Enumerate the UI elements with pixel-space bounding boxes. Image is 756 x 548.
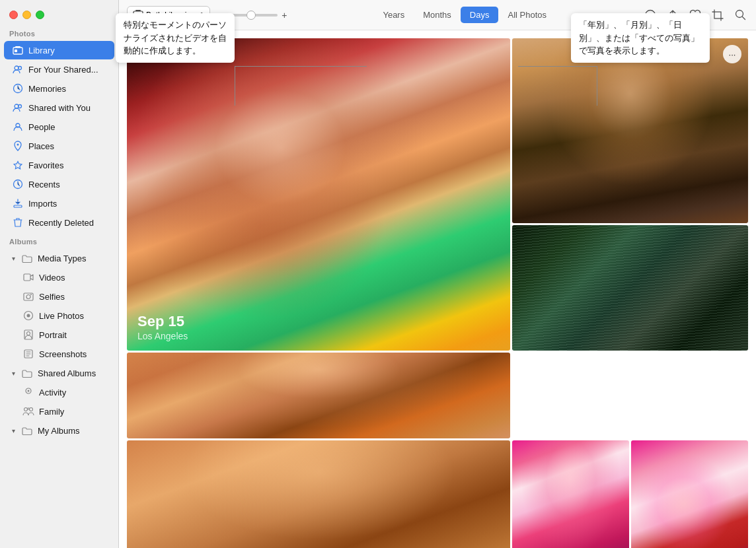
zoom-slider[interactable] bbox=[225, 14, 278, 17]
svg-point-24 bbox=[30, 408, 33, 411]
sidebar-item-label-my-albums: My Albums bbox=[38, 426, 80, 436]
tab-years[interactable]: Years bbox=[373, 7, 414, 23]
photo-cell-bl[interactable] bbox=[127, 440, 510, 548]
places-icon bbox=[12, 140, 24, 152]
sidebar: Photos Library For Your Shared... Memori… bbox=[0, 0, 119, 548]
svg-rect-30 bbox=[714, 12, 721, 18]
sidebar-item-activity[interactable]: Activity bbox=[4, 383, 114, 401]
svg-rect-26 bbox=[133, 11, 143, 18]
tab-all-photos[interactable]: All Photos bbox=[498, 7, 556, 23]
sidebar-item-for-your-shared[interactable]: For Your Shared... bbox=[4, 60, 114, 79]
svg-rect-2 bbox=[15, 50, 17, 52]
sidebar-item-label-shared-albums: Shared Albums bbox=[38, 368, 96, 378]
sidebar-item-label-videos: Videos bbox=[39, 273, 65, 283]
svg-point-31 bbox=[736, 11, 743, 18]
svg-point-25 bbox=[27, 407, 30, 410]
sidebar-item-label-shared-with-you: Shared with You bbox=[28, 103, 91, 113]
photo-cell-main[interactable]: Sep 15 Los Angeles bbox=[127, 38, 510, 351]
svg-point-17 bbox=[27, 314, 30, 318]
sidebar-item-shared-with-you[interactable]: Shared with You bbox=[4, 98, 114, 117]
sidebar-item-label-favorites: Favorites bbox=[28, 160, 63, 170]
sidebar-item-label-imports: Imports bbox=[28, 199, 57, 209]
sidebar-item-portrait[interactable]: Portrait bbox=[4, 325, 114, 344]
sidebar-item-places[interactable]: Places bbox=[4, 137, 114, 155]
sidebar-item-label-recents: Recents bbox=[28, 180, 60, 189]
share-button[interactable] bbox=[665, 7, 681, 23]
sidebar-item-live-photos[interactable]: Live Photos bbox=[4, 306, 114, 325]
svg-rect-11 bbox=[14, 205, 22, 207]
close-button[interactable] bbox=[9, 11, 18, 19]
sidebar-item-label-selfies: Selfies bbox=[39, 292, 65, 302]
library-icon bbox=[12, 44, 24, 56]
svg-point-19 bbox=[27, 332, 30, 335]
more-button[interactable]: ··· bbox=[723, 45, 741, 63]
tab-months[interactable]: Months bbox=[414, 7, 461, 23]
sidebar-item-selfies[interactable]: Selfies bbox=[4, 287, 114, 306]
photo-cell-br[interactable] bbox=[631, 440, 748, 548]
people-icon bbox=[12, 121, 24, 133]
sidebar-item-favorites[interactable]: Favorites bbox=[4, 156, 114, 174]
sidebar-item-videos[interactable]: Videos bbox=[4, 268, 114, 287]
zoom-plus[interactable]: + bbox=[282, 10, 287, 20]
my-albums-icon bbox=[21, 425, 33, 436]
zoom-minus[interactable]: − bbox=[215, 10, 221, 20]
shared-with-you-icon bbox=[12, 102, 24, 114]
sidebar-item-label-portrait: Portrait bbox=[39, 330, 67, 340]
sidebar-item-shared-albums[interactable]: ▾ Shared Albums bbox=[4, 364, 114, 382]
imports-icon bbox=[12, 197, 24, 209]
shared-albums-icon bbox=[21, 367, 33, 379]
library-selector-icon bbox=[133, 9, 143, 20]
sidebar-item-label-places: Places bbox=[28, 141, 54, 151]
location-label: Los Angeles bbox=[137, 331, 188, 341]
photo-grid: Sep 15 Los Angeles ··· bbox=[119, 30, 756, 548]
memories-icon bbox=[12, 83, 24, 94]
portrait-icon bbox=[22, 329, 34, 341]
svg-point-23 bbox=[24, 408, 28, 411]
sidebar-item-people[interactable]: People bbox=[4, 118, 114, 136]
sidebar-item-label-media-types: Media Types bbox=[38, 254, 86, 263]
recents-icon bbox=[12, 178, 24, 190]
sidebar-item-library[interactable]: Library bbox=[4, 41, 114, 59]
sidebar-item-label-shared: For Your Shared... bbox=[28, 65, 98, 75]
sidebar-item-label-screenshots: Screenshots bbox=[39, 349, 87, 359]
main-content: Both Libraries ⌃ − + Years Months Days A… bbox=[119, 0, 756, 548]
photo-cell-bm[interactable] bbox=[512, 440, 629, 548]
selfies-icon bbox=[22, 291, 34, 302]
sidebar-item-my-albums[interactable]: ▾ My Albums bbox=[4, 421, 114, 440]
sidebar-item-label-family: Family bbox=[39, 407, 64, 417]
video-icon bbox=[22, 271, 34, 283]
toolbar-actions: i bbox=[642, 7, 748, 23]
minimize-button[interactable] bbox=[22, 11, 31, 19]
library-selector[interactable]: Both Libraries ⌃ bbox=[127, 6, 210, 24]
date-label: Sep 15 bbox=[137, 314, 188, 329]
collapse-arrow-shared: ▾ bbox=[12, 370, 15, 377]
crop-button[interactable] bbox=[710, 7, 726, 23]
maximize-button[interactable] bbox=[36, 11, 44, 19]
live-photos-icon bbox=[22, 310, 34, 322]
photo-cell-mid-right[interactable] bbox=[512, 225, 748, 351]
trash-icon bbox=[12, 217, 24, 228]
svg-text:i: i bbox=[649, 11, 651, 19]
sidebar-item-imports[interactable]: Imports bbox=[4, 194, 114, 213]
zoom-control: − + bbox=[215, 10, 287, 20]
library-selector-label: Both Libraries bbox=[146, 11, 195, 20]
sidebar-item-label-people: People bbox=[28, 122, 55, 132]
svg-point-14 bbox=[26, 295, 30, 299]
tab-days[interactable]: Days bbox=[461, 7, 499, 23]
tab-group: Years Months Days All Photos bbox=[373, 7, 556, 23]
photo-cell-bottom-left[interactable] bbox=[127, 353, 510, 438]
sidebar-item-recents[interactable]: Recents bbox=[4, 175, 114, 193]
sidebar-item-label-recently-deleted: Recently Deleted bbox=[28, 218, 94, 228]
search-button[interactable] bbox=[732, 7, 748, 23]
sidebar-item-recently-deleted[interactable]: Recently Deleted bbox=[4, 213, 114, 232]
sidebar-item-label-library: Library bbox=[28, 46, 55, 55]
bottom-photo-row bbox=[127, 440, 748, 548]
screenshots-icon bbox=[22, 348, 34, 360]
sidebar-item-memories[interactable]: Memories bbox=[4, 79, 114, 98]
info-button[interactable]: i bbox=[642, 7, 658, 23]
sidebar-item-media-types[interactable]: ▾ Media Types bbox=[4, 249, 114, 267]
favorite-button[interactable] bbox=[687, 7, 703, 23]
sidebar-item-family[interactable]: Family bbox=[4, 402, 114, 421]
photo-cell-top-right[interactable]: ··· bbox=[512, 38, 748, 223]
sidebar-item-screenshots[interactable]: Screenshots bbox=[4, 345, 114, 363]
